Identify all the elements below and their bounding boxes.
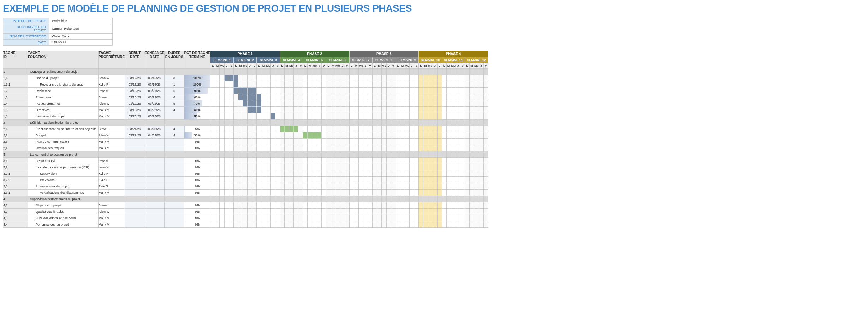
gantt-cell[interactable]	[423, 170, 428, 177]
task-id[interactable]: 4,3	[3, 215, 28, 221]
gantt-cell[interactable]	[396, 164, 400, 170]
gantt-cell[interactable]	[358, 221, 363, 228]
gantt-cell[interactable]	[266, 177, 271, 183]
gantt-cell[interactable]	[303, 100, 308, 107]
gantt-cell[interactable]	[252, 209, 257, 215]
gantt-cell[interactable]	[215, 170, 220, 177]
gantt-cell[interactable]	[257, 145, 261, 151]
gantt-cell[interactable]	[220, 145, 225, 151]
gantt-cell[interactable]	[474, 132, 479, 139]
task-start[interactable]: 03/29/26	[125, 132, 144, 139]
gantt-cell[interactable]	[243, 94, 248, 100]
gantt-cell[interactable]	[419, 139, 423, 145]
gantt-cell[interactable]	[354, 190, 358, 196]
gantt-cell[interactable]	[284, 221, 289, 228]
gantt-cell[interactable]	[358, 139, 363, 145]
gantt-cell[interactable]	[340, 209, 345, 215]
gantt-cell[interactable]	[312, 215, 317, 221]
gantt-cell[interactable]	[233, 139, 238, 145]
gantt-cell[interactable]	[248, 75, 252, 81]
gantt-cell[interactable]	[261, 88, 266, 94]
gantt-cell[interactable]	[331, 209, 335, 215]
gantt-cell[interactable]	[363, 94, 368, 100]
gantt-cell[interactable]	[414, 145, 419, 151]
gantt-cell[interactable]	[368, 100, 373, 107]
gantt-cell[interactable]	[437, 183, 442, 190]
gantt-cell[interactable]	[358, 158, 363, 164]
gantt-cell[interactable]	[410, 126, 414, 132]
gantt-cell[interactable]	[215, 164, 220, 170]
gantt-cell[interactable]	[382, 107, 387, 113]
gantt-cell[interactable]	[474, 183, 479, 190]
gantt-cell[interactable]	[317, 158, 321, 164]
task-start[interactable]	[125, 158, 144, 164]
gantt-cell[interactable]	[456, 139, 460, 145]
gantt-cell[interactable]	[414, 132, 419, 139]
task-fn[interactable]: Plan de communication	[28, 139, 99, 145]
gantt-cell[interactable]	[363, 139, 368, 145]
gantt-cell[interactable]	[483, 177, 488, 183]
gantt-cell[interactable]	[479, 183, 483, 190]
task-pct[interactable]: 0%	[184, 221, 210, 228]
gantt-cell[interactable]	[326, 88, 331, 94]
gantt-cell[interactable]	[437, 126, 442, 132]
gantt-cell[interactable]	[345, 190, 349, 196]
gantt-cell[interactable]	[414, 215, 419, 221]
gantt-cell[interactable]	[386, 100, 391, 107]
gantt-cell[interactable]	[368, 177, 373, 183]
gantt-cell[interactable]	[220, 107, 225, 113]
gantt-cell[interactable]	[321, 158, 326, 164]
gantt-cell[interactable]	[470, 209, 474, 215]
gantt-cell[interactable]	[474, 202, 479, 209]
gantt-cell[interactable]	[331, 221, 335, 228]
task-start[interactable]	[125, 215, 144, 221]
gantt-cell[interactable]	[400, 183, 405, 190]
task-start[interactable]	[125, 164, 144, 170]
gantt-cell[interactable]	[400, 209, 405, 215]
gantt-cell[interactable]	[400, 107, 405, 113]
gantt-cell[interactable]	[474, 209, 479, 215]
gantt-cell[interactable]	[294, 190, 298, 196]
task-fn[interactable]: Actualisations du projet	[28, 183, 99, 190]
gantt-cell[interactable]	[284, 81, 289, 88]
gantt-cell[interactable]	[451, 158, 456, 164]
gantt-cell[interactable]	[442, 164, 446, 170]
gantt-cell[interactable]	[303, 94, 308, 100]
gantt-cell[interactable]	[229, 145, 233, 151]
gantt-cell[interactable]	[451, 183, 456, 190]
gantt-cell[interactable]	[465, 209, 470, 215]
gantt-cell[interactable]	[400, 126, 405, 132]
gantt-cell[interactable]	[289, 126, 294, 132]
gantt-cell[interactable]	[391, 107, 396, 113]
gantt-cell[interactable]	[266, 202, 271, 209]
gantt-cell[interactable]	[326, 215, 331, 221]
gantt-cell[interactable]	[405, 221, 410, 228]
gantt-cell[interactable]	[252, 94, 257, 100]
gantt-cell[interactable]	[270, 170, 275, 177]
gantt-cell[interactable]	[335, 158, 340, 164]
gantt-cell[interactable]	[358, 170, 363, 177]
gantt-cell[interactable]	[215, 88, 220, 94]
gantt-cell[interactable]	[331, 215, 335, 221]
gantt-cell[interactable]	[335, 209, 340, 215]
gantt-cell[interactable]	[317, 132, 321, 139]
task-dur[interactable]	[165, 183, 184, 190]
gantt-cell[interactable]	[433, 94, 437, 100]
gantt-cell[interactable]	[220, 81, 225, 88]
gantt-cell[interactable]	[382, 75, 387, 81]
gantt-cell[interactable]	[465, 215, 470, 221]
task-owner[interactable]: Malik M	[99, 145, 125, 151]
gantt-cell[interactable]	[391, 94, 396, 100]
gantt-cell[interactable]	[460, 126, 465, 132]
gantt-cell[interactable]	[257, 107, 261, 113]
gantt-cell[interactable]	[289, 107, 294, 113]
gantt-cell[interactable]	[474, 94, 479, 100]
gantt-cell[interactable]	[312, 132, 317, 139]
gantt-cell[interactable]	[210, 100, 215, 107]
gantt-cell[interactable]	[345, 183, 349, 190]
gantt-cell[interactable]	[248, 126, 252, 132]
gantt-cell[interactable]	[386, 94, 391, 100]
gantt-cell[interactable]	[289, 164, 294, 170]
gantt-cell[interactable]	[210, 145, 215, 151]
gantt-cell[interactable]	[340, 170, 345, 177]
